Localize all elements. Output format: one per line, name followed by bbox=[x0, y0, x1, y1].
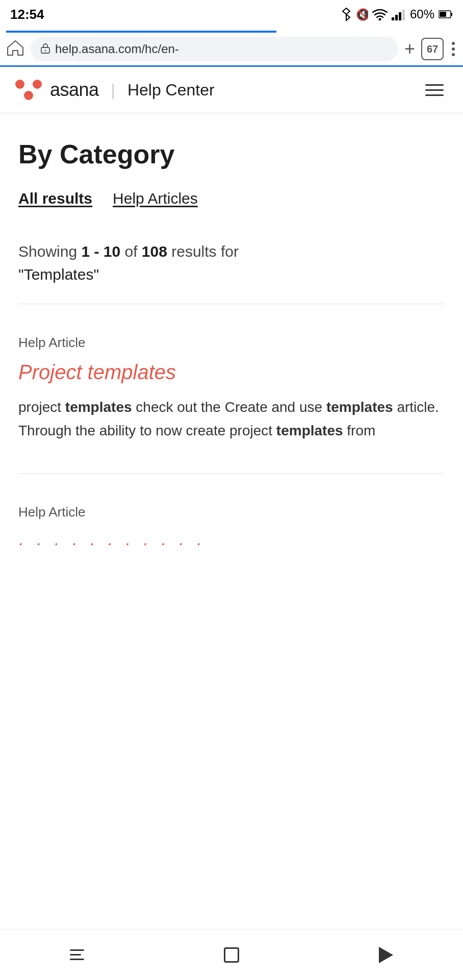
results-query: "Templates" bbox=[18, 266, 445, 283]
result-type-2: Help Article bbox=[18, 504, 445, 520]
hamburger-line bbox=[425, 84, 444, 86]
result-title-2-partial[interactable]: · · · · · · · · · · · bbox=[18, 528, 445, 555]
logo-dot-2 bbox=[33, 80, 42, 89]
results-count-text: Showing 1 - 10 of 108 results for bbox=[18, 240, 445, 263]
signal-icon bbox=[392, 8, 406, 20]
filter-tab-help-articles[interactable]: Help Articles bbox=[113, 190, 198, 209]
status-icons: 🔇 60% bbox=[341, 7, 453, 21]
browser-menu-button[interactable] bbox=[450, 40, 457, 58]
nav-back-button[interactable] bbox=[371, 940, 401, 970]
result-excerpt-1: project templates check out the Create a… bbox=[18, 396, 445, 443]
nav-line bbox=[70, 954, 81, 955]
results-summary-area: Showing 1 - 10 of 108 results for "Templ… bbox=[18, 240, 445, 283]
hamburger-menu-button[interactable] bbox=[421, 80, 448, 100]
logo-dot-3 bbox=[24, 91, 33, 100]
svg-text:🔇: 🔇 bbox=[356, 8, 368, 21]
status-time: 12:54 bbox=[10, 7, 44, 22]
browser-url-text: help.asana.com/hc/en- bbox=[55, 42, 389, 56]
new-tab-button[interactable]: + bbox=[404, 38, 415, 60]
logo-dot-1 bbox=[15, 80, 24, 89]
nav-recents-button[interactable] bbox=[62, 940, 92, 970]
results-divider-2 bbox=[18, 473, 445, 474]
tabs-count-button[interactable]: 67 bbox=[421, 38, 444, 60]
main-content: By Category All results Help Articles Sh… bbox=[0, 113, 463, 626]
android-nav-bar bbox=[0, 929, 463, 980]
results-range: 1 - 10 bbox=[81, 243, 120, 260]
browser-url-bar[interactable]: help.asana.com/hc/en- bbox=[31, 37, 398, 61]
bluetooth-icon bbox=[341, 7, 352, 21]
back-icon bbox=[379, 947, 393, 963]
battery-icon bbox=[439, 9, 453, 19]
home-icon bbox=[224, 947, 239, 963]
svg-rect-3 bbox=[395, 15, 398, 20]
browser-home-button[interactable] bbox=[6, 38, 24, 60]
results-of: of bbox=[120, 243, 142, 260]
header-divider: | bbox=[111, 81, 115, 100]
nav-line bbox=[70, 949, 84, 951]
result-item-1: Help Article Project templates project t… bbox=[18, 320, 445, 458]
svg-rect-2 bbox=[392, 17, 394, 20]
svg-point-1 bbox=[378, 18, 381, 21]
nav-line bbox=[70, 959, 84, 960]
svg-point-10 bbox=[45, 50, 46, 51]
asana-logo-area[interactable]: asana | Help Center bbox=[15, 79, 215, 101]
keyword-1a: templates bbox=[65, 399, 132, 415]
hamburger-line bbox=[425, 94, 444, 96]
menu-dot bbox=[452, 47, 455, 51]
results-suffix: results for bbox=[167, 243, 239, 260]
battery-percent: 60% bbox=[410, 7, 434, 21]
url-security-icon bbox=[40, 42, 51, 56]
results-divider bbox=[18, 304, 445, 304]
asana-logo-text: asana bbox=[50, 79, 99, 101]
results-total: 108 bbox=[142, 243, 167, 260]
filter-tabs: All results Help Articles bbox=[18, 190, 445, 209]
keyword-1b: templates bbox=[326, 399, 393, 415]
svg-rect-7 bbox=[451, 13, 452, 16]
result-type-1: Help Article bbox=[18, 335, 445, 351]
nav-home-button[interactable] bbox=[216, 940, 247, 970]
help-center-label: Help Center bbox=[127, 81, 215, 100]
svg-rect-8 bbox=[440, 12, 446, 17]
page-section-title: By Category bbox=[18, 139, 445, 169]
svg-rect-4 bbox=[399, 12, 401, 20]
keyword-1c: templates bbox=[276, 423, 343, 438]
menu-dot bbox=[452, 53, 455, 56]
browser-chrome: help.asana.com/hc/en- + 67 bbox=[0, 27, 463, 67]
result-item-2: Help Article · · · · · · · · · · · bbox=[18, 489, 445, 570]
mute-icon: 🔇 bbox=[356, 7, 368, 21]
wifi-icon bbox=[372, 8, 388, 20]
asana-logo-icon bbox=[15, 80, 42, 100]
svg-rect-5 bbox=[402, 10, 405, 20]
hamburger-line bbox=[425, 89, 444, 91]
recents-icon bbox=[70, 949, 84, 960]
browser-toolbar[interactable]: help.asana.com/hc/en- + 67 bbox=[6, 37, 457, 61]
menu-dot bbox=[452, 42, 455, 45]
filter-tab-all-results[interactable]: All results bbox=[18, 190, 92, 209]
partial-title-dots: · · · · · · · · · · · bbox=[18, 533, 205, 552]
result-title-1[interactable]: Project templates bbox=[18, 359, 445, 385]
asana-header: asana | Help Center bbox=[0, 67, 463, 113]
status-bar: 12:54 🔇 60% bbox=[0, 0, 463, 27]
results-prefix: Showing bbox=[18, 243, 81, 260]
